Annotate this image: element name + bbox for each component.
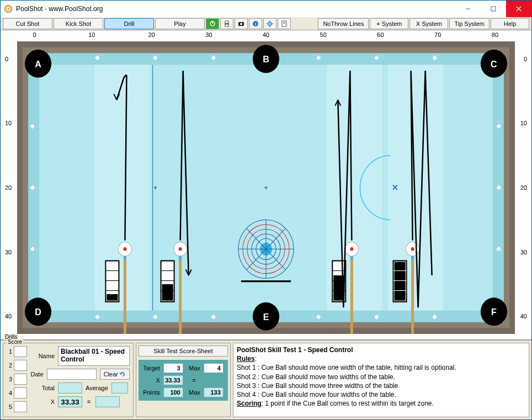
pool-table-svg[interactable]: ✕ A B C D E F [17,41,515,334]
svg-rect-96 [107,294,118,301]
undo-icon [119,371,126,378]
camera-icon[interactable] [235,18,248,29]
gear-icon[interactable] [263,18,276,29]
app-icon [4,4,13,13]
tip-system-button[interactable]: Tip System [449,18,490,29]
points-label: Points [142,389,160,396]
minimize-button[interactable] [455,1,481,17]
svg-point-82 [179,247,182,251]
score-sheet-panel: Skill Test Score-Sheet Target 3 Max 4 X … [136,343,231,417]
drill-button[interactable]: Drill [104,18,154,29]
average-input[interactable] [111,382,128,394]
svg-text:A: A [35,59,41,68]
info-icon[interactable]: i [249,18,262,29]
date-input[interactable] [47,369,97,380]
x-system-button[interactable]: X System [409,18,448,29]
svg-point-84 [350,247,353,251]
score-label: Score [7,339,23,345]
svg-rect-10 [225,21,228,23]
score-group: Score 1 2 3 4 5 Name Blackball 01 - Spee… [3,343,134,417]
total-input[interactable] [58,382,82,394]
sheet-x-value: 33.33 [163,375,183,385]
rules-panel: PoolShot Skill Test 1 - Speed Control Ru… [233,343,529,417]
max1-label: Max [188,365,200,371]
max2-label: Max [188,389,200,396]
score-4-input[interactable] [14,387,27,398]
rule-1: Shot 1 : Cue Ball should move one width … [237,363,525,372]
maximize-button[interactable] [481,1,506,17]
svg-text:C: C [491,59,497,68]
total-label: Total [30,385,55,391]
svg-rect-11 [225,24,228,26]
svg-point-13 [240,23,242,25]
svg-text:B: B [263,54,269,64]
rule-2: Shot 2 : Cue Ball should move two widths… [237,373,525,381]
svg-point-80 [123,247,126,251]
power-icon[interactable] [206,18,219,29]
name-input[interactable]: Blackball 01 - Speed Control [58,346,130,366]
max1-value: 4 [204,363,224,373]
x-label: X [30,398,55,405]
svg-rect-4 [491,7,496,11]
rule-3: Shot 3 : Cue Ball should move three widt… [237,381,525,390]
result-input[interactable] [95,396,120,407]
sheet-x-label: X [142,377,160,384]
help-button[interactable]: Help [491,18,529,29]
score-2-input[interactable] [14,360,27,371]
svg-text:E: E [263,311,269,321]
svg-text:i: i [255,22,256,26]
svg-text:F: F [491,307,497,317]
plus-system-button[interactable]: + System [370,18,408,29]
average-label: Average [86,385,108,391]
points-value: 100 [163,387,183,397]
sheet-eq-label: = [188,377,200,384]
rule-4: Shot 4 : Cue Ball should move four width… [237,390,525,399]
table-area[interactable]: 0 10 20 30 40 50 60 70 80 0 10 20 30 40 … [1,30,531,339]
bottom-panel: Drills Score 1 2 3 4 5 Name Blackball 01… [1,339,531,419]
svg-text:✕: ✕ [392,183,399,192]
print-icon[interactable] [220,18,233,29]
score-sheet-button[interactable]: Skill Test Score-Sheet [139,345,228,357]
ruler-right: 0 10 20 30 40 [515,41,531,334]
window-title: PoolShot - www.PoolShot.org [16,5,455,13]
eq-label: = [86,398,92,405]
svg-text:D: D [35,307,41,317]
svg-point-2 [8,8,9,9]
close-button[interactable] [506,1,531,17]
svg-rect-111 [395,262,406,301]
rules-title: PoolShot Skill Test 1 - Speed Control [237,345,525,354]
toolbar: Cut Shot Kick Shot Drill Play i NoThrow … [1,17,531,30]
score-5-input[interactable] [14,401,27,412]
kick-shot-button[interactable]: Kick Shot [54,18,103,29]
date-label: Date [30,371,44,378]
svg-point-17 [269,23,270,24]
svg-point-86 [411,247,414,251]
play-button[interactable]: Play [155,18,205,29]
name-label: Name [30,353,55,359]
ruler-left: 0 10 20 30 40 [1,41,17,334]
target-value: 3 [163,363,183,373]
x-input[interactable] [58,396,82,407]
target-label: Target [142,365,160,371]
rules-heading: Rules [237,355,255,363]
clear-button[interactable]: Clear [100,369,130,380]
titlebar: PoolShot - www.PoolShot.org [1,1,531,17]
ruler-top: 0 10 20 30 40 50 60 70 80 [17,31,515,42]
document-icon[interactable] [278,18,291,29]
score-3-input[interactable] [14,374,27,385]
cut-shot-button[interactable]: Cut Shot [3,18,52,29]
nothrow-button[interactable]: NoThrow Lines [318,18,369,29]
scoring-heading: Scoring [237,400,262,407]
max2-value: 133 [204,387,224,397]
score-1-input[interactable] [14,346,27,357]
svg-rect-101 [162,284,173,301]
svg-rect-29 [94,65,150,310]
